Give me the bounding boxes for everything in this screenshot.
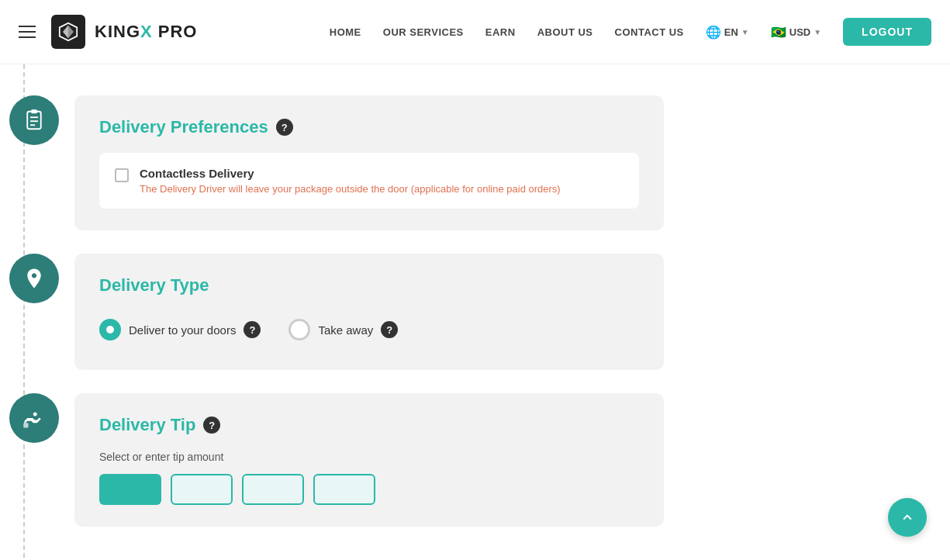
delivery-tip-icon bbox=[9, 393, 59, 443]
svg-rect-3 bbox=[27, 112, 41, 130]
scroll-to-top-button[interactable] bbox=[888, 498, 927, 537]
hand-money-icon bbox=[22, 406, 46, 430]
tip-amount-btn-1[interactable] bbox=[99, 474, 161, 505]
delivery-tip-section: Delivery Tip ? Select or enter tip amoun… bbox=[0, 393, 950, 527]
contactless-delivery-card: Contactless Delivery The Delivery Driver… bbox=[99, 153, 639, 209]
currency-selector[interactable]: 🇧🇷 USD ▼ bbox=[771, 25, 821, 40]
navbar-left: KINGX PRO bbox=[19, 15, 197, 49]
nav-about-us[interactable]: ABOUT US bbox=[537, 26, 593, 38]
hamburger-menu[interactable] bbox=[19, 26, 36, 38]
delivery-preferences-card: Delivery Preferences ? Contactless Deliv… bbox=[74, 95, 664, 230]
delivery-tip-help-icon[interactable]: ? bbox=[203, 417, 220, 434]
svg-rect-4 bbox=[31, 109, 37, 113]
brand-name: KINGX PRO bbox=[95, 22, 197, 42]
currency-chevron-icon: ▼ bbox=[814, 28, 821, 36]
delivery-preferences-title: Delivery Preferences ? bbox=[99, 117, 639, 137]
delivery-type-icon bbox=[9, 254, 59, 303]
contactless-delivery-checkbox[interactable] bbox=[115, 168, 129, 182]
delivery-tip-card: Delivery Tip ? Select or enter tip amoun… bbox=[74, 393, 664, 527]
nav-contact-us[interactable]: CONTACT US bbox=[615, 26, 684, 38]
language-label: EN bbox=[724, 26, 738, 38]
tip-amount-btn-2[interactable] bbox=[171, 474, 233, 505]
currency-label: USD bbox=[789, 26, 810, 38]
chevron-up-icon bbox=[899, 509, 916, 526]
takeaway-radio[interactable] bbox=[288, 319, 310, 340]
globe-icon: 🌐 bbox=[706, 25, 721, 40]
lang-chevron-icon: ▼ bbox=[741, 28, 749, 36]
nav-our-services[interactable]: OUR SERVICES bbox=[383, 26, 464, 38]
contactless-delivery-label: Contactless Delivery bbox=[140, 167, 561, 180]
deliver-to-doors-label: Deliver to your doors bbox=[129, 323, 236, 337]
svg-marker-2 bbox=[68, 26, 74, 39]
contactless-delivery-text: Contactless Delivery The Delivery Driver… bbox=[140, 167, 561, 195]
nav-earn[interactable]: EARN bbox=[485, 26, 516, 38]
takeaway-option[interactable]: Take away ? bbox=[288, 319, 398, 340]
location-pin-icon bbox=[22, 267, 46, 290]
svg-rect-8 bbox=[23, 423, 28, 427]
main-content: Delivery Preferences ? Contactless Deliv… bbox=[0, 64, 950, 560]
contactless-delivery-desc: The Delivery Driver will leave your pack… bbox=[140, 183, 561, 195]
svg-marker-1 bbox=[63, 26, 68, 39]
delivery-type-radio-group: Deliver to your doors ? Take away ? bbox=[99, 311, 639, 348]
currency-flag-icon: 🇧🇷 bbox=[771, 25, 786, 40]
delivery-type-title: Delivery Type bbox=[99, 275, 639, 296]
logo-icon bbox=[57, 21, 79, 43]
delivery-type-section: Delivery Type Deliver to your doors ? Ta… bbox=[0, 254, 950, 370]
navbar-center: HOME OUR SERVICES EARN ABOUT US CONTACT … bbox=[330, 18, 931, 46]
takeaway-help-icon[interactable]: ? bbox=[381, 321, 398, 338]
delivery-type-card: Delivery Type Deliver to your doors ? Ta… bbox=[74, 254, 664, 370]
takeaway-label: Take away bbox=[318, 323, 373, 337]
delivery-preferences-help-icon[interactable]: ? bbox=[276, 119, 293, 136]
delivery-tip-title: Delivery Tip ? bbox=[99, 415, 639, 435]
deliver-to-doors-radio[interactable] bbox=[99, 319, 121, 340]
tip-instruction: Select or enter tip amount bbox=[99, 451, 639, 463]
navbar: KINGX PRO HOME OUR SERVICES EARN ABOUT U… bbox=[0, 0, 950, 64]
nav-home[interactable]: HOME bbox=[330, 26, 361, 38]
tip-amount-btn-3[interactable] bbox=[242, 474, 304, 505]
deliver-to-doors-option[interactable]: Deliver to your doors ? bbox=[99, 319, 261, 340]
logo-box bbox=[51, 15, 85, 49]
delivery-preferences-icon bbox=[9, 95, 59, 145]
language-selector[interactable]: 🌐 EN ▼ bbox=[706, 25, 749, 40]
tip-amount-btn-4[interactable] bbox=[313, 474, 375, 505]
clipboard-icon bbox=[22, 109, 46, 132]
logout-button[interactable]: LOGOUT bbox=[843, 18, 931, 46]
tip-amount-buttons bbox=[99, 474, 639, 505]
delivery-preferences-section: Delivery Preferences ? Contactless Deliv… bbox=[0, 95, 950, 230]
deliver-to-doors-help-icon[interactable]: ? bbox=[244, 321, 261, 338]
